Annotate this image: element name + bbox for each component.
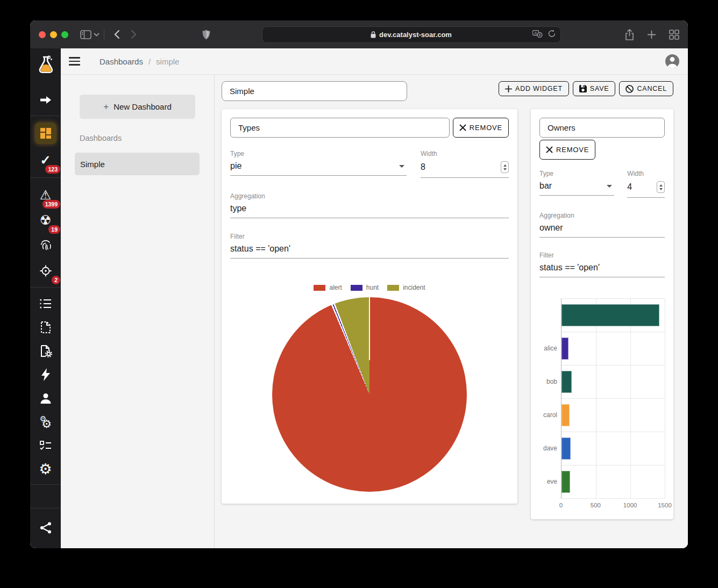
x-tick-label: 1500: [658, 502, 672, 508]
share-icon[interactable]: [625, 29, 634, 40]
breadcrumb-current: simple: [156, 57, 179, 66]
bar[interactable]: [561, 471, 570, 493]
dashboard-list-item-simple[interactable]: Simple: [75, 153, 200, 175]
widget-width-input[interactable]: Width 8: [421, 150, 509, 178]
new-tab-icon[interactable]: [647, 30, 656, 39]
cancel-button[interactable]: CANCEL: [619, 81, 673, 96]
app-header: Dashboards / simple: [61, 48, 688, 75]
y-category-label: eve: [539, 465, 561, 498]
number-stepper[interactable]: [657, 181, 665, 193]
widget-name-input[interactable]: [230, 118, 450, 138]
widget-filter-input[interactable]: Filter status == 'open': [539, 252, 665, 277]
zoom-window-button[interactable]: [61, 31, 68, 38]
forward-button[interactable]: [125, 30, 142, 39]
y-category-label: alice: [539, 332, 561, 365]
sidebar-toggle-icon[interactable]: [80, 30, 91, 39]
widget-aggregation-input[interactable]: Aggregation type: [230, 192, 509, 218]
minimize-window-button[interactable]: [50, 31, 57, 38]
x-tick-label: 500: [591, 502, 601, 508]
widget-filter-input[interactable]: Filter status == 'open': [230, 233, 509, 259]
bar-chart-y-labels: alicebobcaroldaveeve: [539, 298, 561, 499]
remove-widget-button[interactable]: REMOVE: [453, 118, 509, 138]
checklist-icon[interactable]: [30, 434, 61, 457]
fingerprint-icon[interactable]: [30, 233, 61, 257]
legend-swatch: [351, 285, 362, 291]
user-avatar[interactable]: [665, 54, 679, 68]
number-stepper[interactable]: [501, 161, 509, 173]
browser-chrome: dev.catalyst-soar.com A: [30, 20, 688, 48]
bar[interactable]: [561, 371, 572, 393]
dashboards-panel: + New Dashboard Dashboards Simple: [61, 75, 215, 548]
bar-row: [561, 332, 665, 365]
close-x-icon: [546, 146, 553, 153]
widget-type-select[interactable]: Type bar: [539, 170, 614, 198]
breadcrumb-dashboards-link[interactable]: Dashboards: [99, 57, 143, 66]
sidebar-item-tasks[interactable]: ✓ 123: [30, 148, 61, 172]
bar-row: [561, 399, 665, 432]
share-network-icon[interactable]: [30, 516, 61, 540]
sidebar-item-dashboards[interactable]: [30, 123, 61, 144]
widget-type-select[interactable]: Type pie: [230, 150, 407, 178]
sidebar-item-alerts[interactable]: ⚠ 1399: [30, 183, 61, 207]
y-category-label: dave: [539, 432, 561, 465]
widget-name-input[interactable]: [539, 118, 665, 138]
tab-overview-icon[interactable]: [669, 30, 679, 40]
widget-aggregation-input[interactable]: Aggregation owner: [539, 212, 665, 238]
list-icon[interactable]: [30, 292, 61, 315]
chevron-down-icon[interactable]: [94, 33, 99, 37]
bar[interactable]: [561, 304, 659, 326]
save-button[interactable]: SAVE: [573, 81, 616, 96]
x-tick-label: 1000: [623, 502, 637, 508]
bar[interactable]: [561, 338, 568, 360]
legend-item[interactable]: hunt: [351, 284, 379, 291]
legend-swatch: [314, 285, 325, 291]
widget-card-owners: REMOVE Type bar Width 4: [531, 109, 673, 519]
legend-item[interactable]: incident: [387, 284, 425, 291]
chevron-down-icon: [399, 165, 404, 168]
reload-icon[interactable]: [548, 30, 556, 39]
remove-widget-button[interactable]: REMOVE: [539, 140, 595, 160]
address-bar[interactable]: dev.catalyst-soar.com A: [262, 26, 561, 43]
lightning-icon[interactable]: [30, 363, 61, 386]
legend-label: hunt: [366, 284, 379, 291]
document-gear-icon[interactable]: [30, 339, 61, 363]
sidebar-item-cases[interactable]: ☢ 19: [30, 209, 61, 232]
settings-gear-icon[interactable]: ⚙: [30, 457, 61, 481]
x-tick-label: 0: [559, 502, 563, 508]
draft-document-icon[interactable]: [30, 315, 61, 339]
bar-chart: alicebobcaroldaveeve 050010001500: [539, 298, 665, 511]
cases-badge: 19: [48, 225, 60, 234]
translate-icon[interactable]: A: [532, 30, 543, 39]
arrow-right-icon[interactable]: [30, 88, 61, 112]
new-dashboard-button[interactable]: + New Dashboard: [80, 95, 195, 119]
cancel-prohibition-icon: [625, 85, 634, 93]
alerts-badge: 1399: [42, 200, 60, 209]
close-window-button[interactable]: [39, 31, 46, 38]
y-category-label: [539, 298, 561, 332]
menu-hamburger-icon[interactable]: [69, 57, 80, 66]
pie-chart-legend: alerthuntincident: [230, 284, 509, 291]
lock-icon: [371, 31, 376, 38]
url-text: dev.catalyst-soar.com: [379, 31, 452, 39]
check-icon: ✓: [40, 154, 51, 167]
widget-width-input[interactable]: Width 4: [627, 170, 665, 198]
bar[interactable]: [561, 438, 571, 460]
bar-row: [561, 365, 665, 399]
legend-item[interactable]: alert: [314, 284, 342, 291]
plus-icon: +: [103, 102, 109, 112]
plus-icon: [505, 85, 512, 92]
person-icon[interactable]: [30, 386, 61, 410]
dashboard-name-input[interactable]: [222, 81, 407, 101]
legend-label: incident: [403, 284, 425, 291]
bar-chart-x-ticks: 050010001500: [561, 499, 665, 511]
shield-privacy-icon[interactable]: [202, 30, 210, 40]
sidebar-item-targets[interactable]: 2: [30, 259, 61, 283]
gears-icon[interactable]: ⚙⚙: [30, 410, 61, 434]
breadcrumb: Dashboards / simple: [99, 57, 179, 66]
add-widget-button[interactable]: ADD WIDGET: [499, 81, 569, 96]
bar-row: [561, 432, 665, 465]
bar-row: [561, 465, 665, 499]
bar[interactable]: [561, 404, 570, 426]
back-button[interactable]: [109, 30, 125, 39]
catalyst-flask-logo[interactable]: [30, 53, 61, 76]
